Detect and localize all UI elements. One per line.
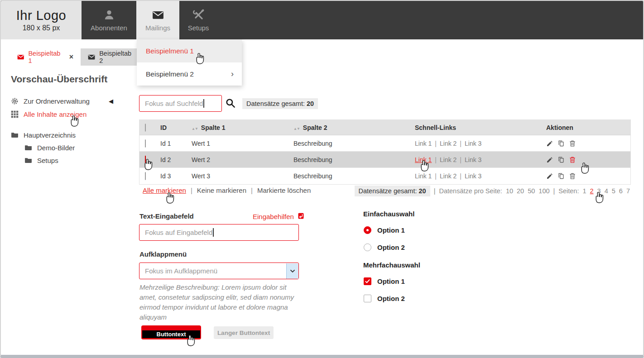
records-total-badge: Datensätze gesamt: 20 xyxy=(355,186,430,196)
page-7[interactable]: 7 xyxy=(626,187,630,195)
nav-label: Setups xyxy=(188,24,209,32)
per-page-10[interactable]: 10 xyxy=(506,187,513,195)
select-value: Fokus im Aufklappmenü xyxy=(145,267,217,275)
delete-icon-hovered[interactable] xyxy=(569,156,576,163)
copy-icon[interactable] xyxy=(557,140,565,147)
page-1[interactable]: 1 xyxy=(582,187,586,195)
quick-link-1[interactable]: Link 1 xyxy=(415,140,432,147)
row-checkbox[interactable] xyxy=(145,172,146,180)
nav-item-abonnenten[interactable]: Abonnenten xyxy=(82,1,136,39)
edit-icon[interactable] xyxy=(546,156,553,163)
cell-spalte2: Beschreibung xyxy=(293,140,415,147)
search-input[interactable]: Fokus auf Suchfeld xyxy=(139,95,222,112)
radio-label: Option 2 xyxy=(377,243,405,251)
page-5[interactable]: 5 xyxy=(612,187,615,195)
menu-item-beispielmenu-2[interactable]: Beispielmenü 2 › xyxy=(137,62,242,86)
menu-item-beispielmenu-1[interactable]: Beispielmenü 1 xyxy=(137,39,242,62)
tab-label: Beispieltab 2 xyxy=(99,50,135,64)
text-field-label: Text-Eingabefeld xyxy=(139,212,194,220)
eingabehilfen-link[interactable]: Eingabehilfen xyxy=(253,212,305,220)
quick-link-1-hovered[interactable]: Link 1 xyxy=(415,156,432,163)
row-checkbox-checked[interactable] xyxy=(145,156,146,164)
logo-title: Ihr Logo xyxy=(16,8,66,23)
pages-label: Seiten: xyxy=(558,187,579,195)
quick-link-2[interactable]: Link 2 xyxy=(440,140,457,147)
search-icon[interactable] xyxy=(225,98,235,108)
column-header-spalte2[interactable]: ▲▼Spalte 2 xyxy=(293,124,415,131)
chevron-down-icon xyxy=(290,269,295,273)
per-page-20[interactable]: 20 xyxy=(517,187,524,195)
cell-spalte1: Wert 3 xyxy=(192,172,293,180)
folder-hauptverzeichnis[interactable]: Hauptverzeichnis xyxy=(11,131,76,139)
per-page-50[interactable]: 50 xyxy=(528,187,535,195)
folder-demo-bilder[interactable]: Demo-Bilder xyxy=(24,144,75,152)
select-all-link[interactable]: Alle markieren xyxy=(143,186,186,194)
select-none-link[interactable]: Keine markieren xyxy=(197,186,246,194)
delete-marked-link[interactable]: Markierte löschen xyxy=(257,186,311,194)
quick-link-3[interactable]: Link 3 xyxy=(465,140,481,147)
nav-label: Abonnenten xyxy=(91,24,127,32)
cell-id: Id 1 xyxy=(160,140,192,147)
copy-icon[interactable] xyxy=(557,172,565,180)
quick-link-1[interactable]: Link 1 xyxy=(415,172,432,180)
quick-link-2[interactable]: Link 2 xyxy=(440,156,457,163)
cell-links: Link 1|Link 2|Link 3 xyxy=(415,156,546,163)
text-caret xyxy=(213,228,214,237)
tab-beispieltab-1[interactable]: Beispieltab 1 × xyxy=(10,48,81,66)
delete-icon[interactable] xyxy=(569,172,576,180)
column-header-id: ID xyxy=(160,124,192,131)
top-header: Ihr Logo 180 x 85 px Abonnenten Mailings… xyxy=(1,1,643,39)
page-3[interactable]: 3 xyxy=(597,187,601,195)
folder-setups[interactable]: Setups xyxy=(24,157,58,164)
edit-icon[interactable] xyxy=(546,172,553,180)
radio-unselected[interactable] xyxy=(364,243,371,251)
quick-link-2[interactable]: Link 2 xyxy=(440,172,457,180)
cell-links: Link 1|Link 2|Link 3 xyxy=(415,172,546,180)
select-all-checkbox[interactable] xyxy=(145,124,146,132)
secondary-button[interactable]: Langer Buttontext xyxy=(214,326,274,339)
data-table: ID ▲▼Spalte 1 ▲▼Spalte 2 Schnell-Links A… xyxy=(139,119,631,185)
folder-icon xyxy=(24,144,32,152)
tab-beispieltab-2[interactable]: Beispieltab 2 xyxy=(81,48,142,66)
logo-subtitle: 180 x 85 px xyxy=(23,24,60,32)
menu-item-label: Beispielmenü 2 xyxy=(146,70,194,78)
envelope-icon xyxy=(88,54,95,60)
text-caret xyxy=(203,99,204,108)
page-6[interactable]: 6 xyxy=(619,187,623,195)
select-arrow-button[interactable] xyxy=(286,263,298,279)
edit-icon[interactable] xyxy=(546,140,553,147)
delete-icon[interactable] xyxy=(569,140,576,147)
quick-link-3[interactable]: Link 3 xyxy=(465,156,481,163)
column-header-spalte1[interactable]: ▲▼Spalte 1 xyxy=(192,124,293,131)
quick-link-3[interactable]: Link 3 xyxy=(465,172,481,180)
column-header-schnell-links: Schnell-Links xyxy=(415,124,546,131)
table-row: Id 1 Wert 1 Beschreibung Link 1|Link 2|L… xyxy=(139,135,630,152)
tools-icon xyxy=(192,9,204,21)
checkbox-unchecked[interactable] xyxy=(364,295,371,302)
copy-icon[interactable] xyxy=(557,156,565,163)
nav-item-setups[interactable]: Setups xyxy=(179,1,217,39)
sidebar-collapse-icon[interactable]: ◀ xyxy=(109,98,113,105)
radio-selected[interactable] xyxy=(364,226,371,234)
text-input-field[interactable]: Fokus auf Eingabefeld xyxy=(139,224,299,241)
page-2-current[interactable]: 2 xyxy=(590,187,594,195)
person-icon xyxy=(103,9,115,21)
sort-icon[interactable]: ▲▼ xyxy=(293,127,300,131)
pagination-bar: Datensätze gesamt: 20 | Datensätze pro S… xyxy=(355,186,630,196)
select-label: Aufklappmenü xyxy=(139,250,187,258)
page-4[interactable]: 4 xyxy=(605,187,608,195)
checkbox-checked[interactable] xyxy=(364,277,371,285)
sidebar-item-alle-inhalte[interactable]: Alle Inhalte anzeigen xyxy=(11,110,87,118)
sort-icon[interactable]: ▲▼ xyxy=(192,127,198,131)
dropdown-select[interactable]: Fokus im Aufklappmenü xyxy=(139,263,299,279)
row-checkbox[interactable] xyxy=(145,139,146,148)
grid-icon xyxy=(11,110,19,118)
per-page-100[interactable]: 100 xyxy=(538,187,549,195)
nav-item-mailings[interactable]: Mailings xyxy=(136,1,179,39)
close-icon[interactable]: × xyxy=(69,53,73,61)
cell-spalte2: Beschreibung xyxy=(293,156,415,163)
table-header-row: ID ▲▼Spalte 1 ▲▼Spalte 2 Schnell-Links A… xyxy=(139,120,630,135)
primary-button[interactable]: Buttontext xyxy=(141,325,201,339)
sidebar-item-ordnerverwaltung[interactable]: Zur Ordnerverwaltung xyxy=(11,97,90,105)
table-row-selected: Id 2 Wert 2 Beschreibung Link 1|Link 2|L… xyxy=(139,152,630,168)
